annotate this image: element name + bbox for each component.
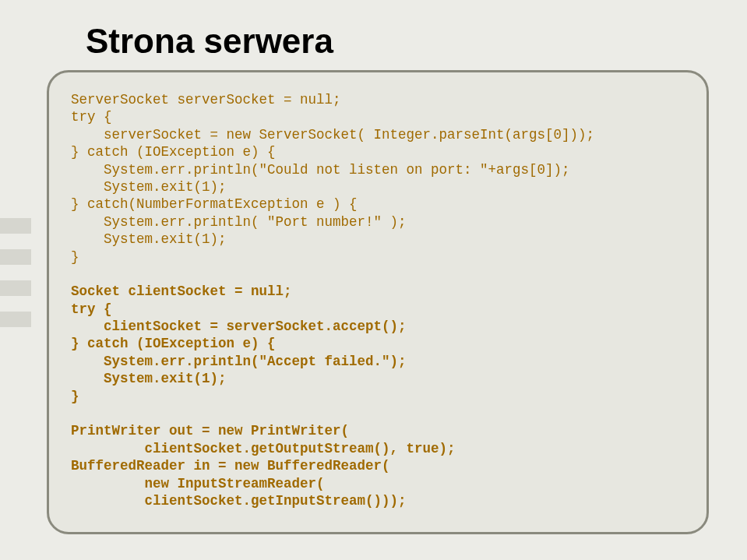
code-line: System.exit(1); [71,179,227,195]
code-line: new InputStreamReader( [71,476,325,491]
code-line: } catch (IOException e) { [71,336,276,351]
code-line: PrintWriter out = new PrintWriter( [71,423,349,438]
stripe [0,249,31,265]
code-line: System.exit(1); [71,231,227,247]
code-line: clientSocket = serverSocket.accept(); [71,319,407,334]
code-line: try { [71,109,112,125]
stripe [0,312,31,327]
code-line: System.err.println( "Port number!" ); [71,214,407,230]
code-line: BufferedReader in = new BufferedReader( [71,458,390,474]
code-line: System.err.println("Accept failed."); [71,354,407,369]
stripe [0,280,31,296]
code-panel: ServerSocket serverSocket = null; try { … [47,70,709,534]
code-line: } [71,389,79,404]
code-line: } [71,249,79,265]
code-block: ServerSocket serverSocket = null; try { … [71,91,685,509]
code-line: Socket clientSocket = null; [71,284,292,299]
code-line: ServerSocket serverSocket = null; [71,92,341,107]
code-line: System.exit(1); [71,371,227,386]
stripe [0,218,31,234]
code-line: serverSocket = new ServerSocket( Integer… [71,127,594,143]
code-line: } catch(NumberFormatException e ) { [71,196,358,212]
slide-title: Strona serwera [86,22,333,61]
code-line: clientSocket.getOutputStream(), true); [71,441,456,456]
code-line: System.err.println("Could not listen on … [71,162,570,178]
code-line: try { [71,301,112,317]
decorative-stripes [0,218,31,343]
code-line: clientSocket.getInputStream())); [71,493,407,509]
code-line: } catch (IOException e) { [71,144,276,160]
